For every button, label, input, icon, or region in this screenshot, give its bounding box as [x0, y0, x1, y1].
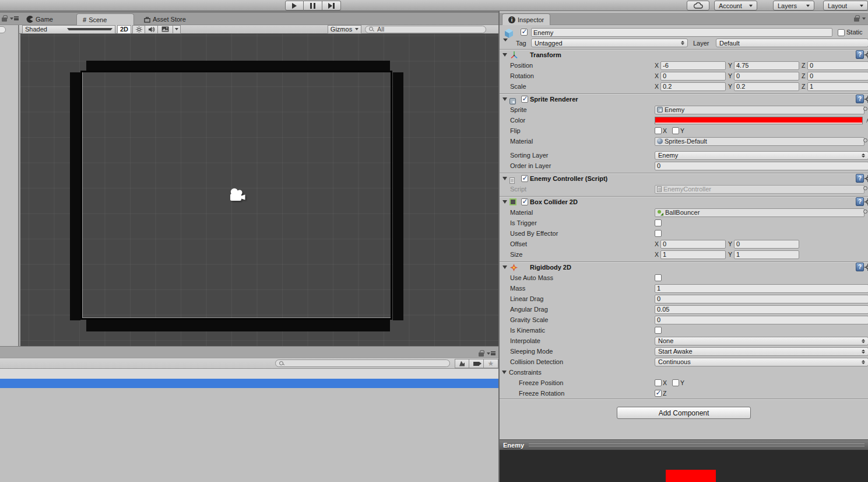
selected-item-row[interactable] — [0, 379, 499, 388]
sprite-object-field[interactable]: Enemy — [655, 106, 865, 114]
interpolate-dropdown[interactable]: None — [655, 337, 868, 345]
tab-inspector[interactable]: i Inspector — [502, 13, 550, 25]
search-by-label-button[interactable] — [469, 359, 484, 368]
static-checkbox[interactable] — [838, 29, 845, 36]
foldout-icon[interactable] — [502, 177, 507, 180]
project-search-input[interactable] — [275, 359, 450, 367]
size-x-field[interactable]: 1 — [660, 250, 726, 259]
layout-dropdown[interactable]: Layout — [823, 1, 868, 11]
lock-icon[interactable] — [854, 18, 859, 22]
collider-material-object-field[interactable]: BallBouncer — [655, 208, 865, 217]
scene-viewport[interactable] — [20, 34, 499, 346]
help-icon[interactable]: ? — [856, 263, 864, 271]
wall-bottom[interactable] — [86, 320, 390, 331]
object-picker-icon[interactable] — [863, 107, 867, 111]
box-collider-header[interactable]: Box Collider 2D ? — [500, 197, 868, 207]
gear-icon[interactable] — [865, 175, 868, 182]
box-collider-enabled-checkbox[interactable] — [521, 198, 528, 205]
foldout-icon[interactable] — [502, 266, 507, 269]
is-trigger-checkbox[interactable] — [655, 219, 662, 226]
foldout-icon[interactable] — [502, 97, 507, 101]
used-by-effector-checkbox[interactable] — [655, 230, 662, 237]
color-swatch[interactable] — [655, 117, 863, 124]
constraints-row[interactable]: Constraints — [500, 367, 868, 378]
lock-icon[interactable] — [2, 18, 7, 22]
rotation-x-field[interactable]: 0 — [660, 72, 726, 81]
flip-x-checkbox[interactable] — [655, 127, 662, 134]
enemy-controller-header[interactable]: Enemy Controller (Script) ? — [500, 173, 868, 184]
transform-header[interactable]: Transform ? — [500, 50, 868, 60]
rotation-z-field[interactable]: 0 — [807, 72, 868, 81]
scene-search-input[interactable]: All — [365, 26, 486, 33]
pause-button[interactable] — [304, 1, 322, 11]
gear-icon[interactable] — [865, 264, 868, 271]
script-object-field[interactable]: EnemyController — [655, 185, 865, 194]
layer-dropdown[interactable]: Default — [716, 39, 868, 47]
foldout-icon[interactable] — [502, 53, 507, 57]
sprite-renderer-enabled-checkbox[interactable] — [521, 96, 528, 103]
step-button[interactable] — [322, 1, 341, 11]
help-icon[interactable]: ? — [856, 50, 864, 59]
position-y-field[interactable]: 4.75 — [734, 61, 799, 70]
gizmos-dropdown[interactable]: Gizmos — [328, 25, 361, 34]
2d-toggle-button[interactable]: 2D — [117, 25, 131, 34]
add-component-button[interactable]: Add Component — [617, 407, 751, 419]
freeze-rotation-z-checkbox[interactable] — [655, 390, 662, 397]
angular-drag-field[interactable]: 0.05 — [655, 305, 868, 314]
freeze-position-x-checkbox[interactable] — [655, 379, 662, 386]
scale-x-field[interactable]: 0.2 — [660, 82, 726, 91]
cloud-services-button[interactable] — [687, 1, 709, 11]
play-button[interactable] — [285, 1, 304, 11]
offset-y-field[interactable]: 0 — [734, 240, 799, 249]
order-in-layer-field[interactable]: 0 — [655, 162, 868, 170]
scale-y-field[interactable]: 0.2 — [734, 82, 799, 91]
scale-z-field[interactable]: 1 — [807, 82, 868, 91]
tab-game[interactable]: Game — [20, 13, 59, 25]
foldout-icon[interactable] — [502, 200, 507, 204]
tab-asset-store[interactable]: Asset Store — [138, 13, 192, 25]
rigidbody-header[interactable]: Rigidbody 2D ? — [500, 262, 868, 273]
gear-icon[interactable] — [865, 51, 868, 58]
layers-dropdown[interactable]: Layers — [773, 1, 814, 11]
lock-icon[interactable] — [479, 352, 484, 357]
gear-icon[interactable] — [865, 198, 868, 205]
draw-mode-dropdown[interactable]: Shaded — [22, 25, 115, 34]
object-picker-icon[interactable] — [863, 209, 867, 214]
tab-scene[interactable]: # Scene — [76, 13, 134, 25]
gameobject-name-field[interactable]: Enemy — [531, 28, 832, 37]
use-auto-mass-checkbox[interactable] — [655, 274, 662, 281]
account-dropdown[interactable]: Account — [714, 1, 757, 11]
object-picker-icon[interactable] — [863, 186, 867, 190]
gear-icon[interactable] — [865, 96, 868, 103]
wall-left[interactable] — [70, 72, 80, 320]
camera-gizmo-icon[interactable] — [227, 187, 248, 204]
offset-x-field[interactable]: 0 — [660, 240, 726, 249]
position-z-field[interactable]: 0 — [807, 61, 868, 70]
scene-audio-button[interactable] — [145, 25, 158, 34]
flip-y-checkbox[interactable] — [672, 127, 679, 134]
search-by-type-button[interactable] — [455, 359, 469, 368]
panel-menu-icon[interactable] — [487, 351, 496, 355]
freeze-position-y-checkbox[interactable] — [672, 379, 679, 386]
panel-menu-icon[interactable] — [862, 18, 866, 20]
preview-header[interactable]: Enemy — [500, 439, 868, 450]
scene-effects-button[interactable] — [158, 25, 173, 34]
sleeping-mode-dropdown[interactable]: Start Awake — [655, 347, 868, 356]
enemy-controller-enabled-checkbox[interactable] — [521, 175, 528, 182]
is-kinematic-checkbox[interactable] — [655, 327, 662, 334]
material-object-field[interactable]: Sprites-Default — [655, 137, 865, 146]
project-empty-area[interactable] — [0, 389, 499, 482]
help-icon[interactable]: ? — [856, 174, 864, 183]
panel-menu-icon[interactable] — [10, 16, 19, 20]
position-x-field[interactable]: -6 — [660, 61, 726, 70]
foldout-icon[interactable] — [502, 371, 507, 374]
scene-lighting-button[interactable] — [132, 25, 145, 34]
rotation-y-field[interactable]: 0 — [734, 72, 799, 81]
mass-field[interactable]: 1 — [655, 284, 868, 293]
collision-detection-dropdown[interactable]: Continuous — [655, 358, 868, 366]
gameobject-active-checkbox[interactable] — [521, 29, 528, 36]
sprite-renderer-header[interactable]: Sprite Renderer ? — [500, 94, 868, 104]
tag-dropdown[interactable]: Untagged — [531, 39, 688, 47]
scene-effects-dropdown[interactable] — [173, 25, 181, 34]
gravity-scale-field[interactable]: 0 — [655, 316, 868, 324]
